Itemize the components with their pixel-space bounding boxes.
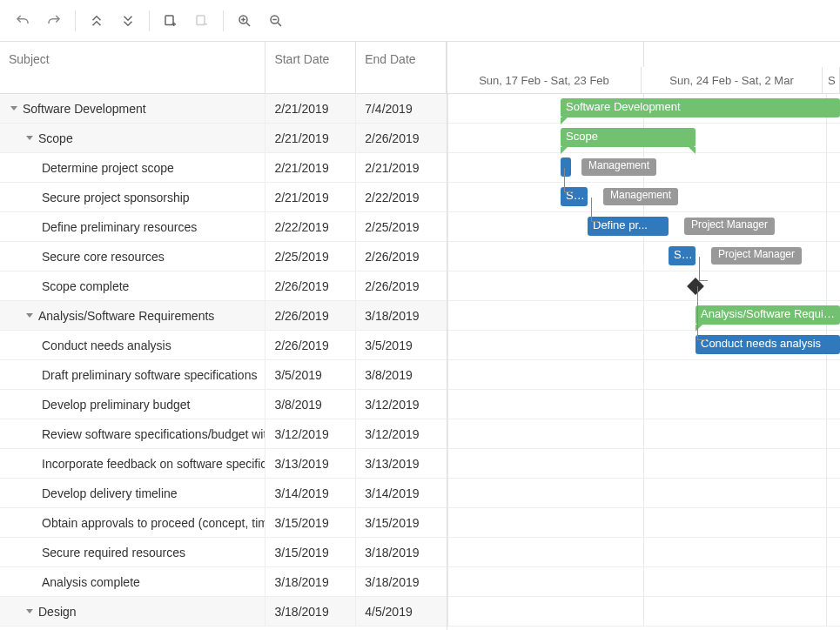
toolbar-separator: [149, 10, 150, 31]
cell-start: 3/14/2019: [265, 479, 356, 507]
cell-start: 2/25/2019: [265, 242, 356, 271]
table-row[interactable]: Software Development2/21/20197/4/2019: [0, 94, 447, 124]
cell-subject: Software Development: [0, 94, 265, 123]
column-header-start[interactable]: Start Date: [265, 42, 356, 93]
cell-end: 3/18/2019: [356, 301, 447, 330]
task-bar[interactable]: Define pr...: [588, 217, 669, 236]
undo-button[interactable]: [7, 5, 38, 37]
redo-button[interactable]: [38, 5, 70, 37]
expand-caret-icon[interactable]: [26, 609, 33, 613]
zoom-in-button[interactable]: [229, 5, 260, 37]
task-name: Obtain approvals to proceed (concept, ti…: [42, 516, 265, 530]
chart-row: [447, 360, 840, 390]
chart-row: Scope: [447, 124, 840, 153]
dependency-line: [564, 191, 573, 192]
table-row[interactable]: Conduct needs analysis2/26/20193/5/2019: [0, 331, 447, 360]
cell-start: 2/21/2019: [265, 124, 356, 152]
zoom-out-button[interactable]: [260, 5, 292, 37]
chart-row: [447, 479, 840, 508]
task-name: Design: [38, 605, 77, 619]
add-task-button[interactable]: [155, 5, 186, 37]
expand-caret-icon[interactable]: [10, 106, 17, 111]
table-row[interactable]: Secure core resources2/25/20192/26/2019: [0, 242, 447, 271]
column-header-end[interactable]: End Date: [356, 42, 447, 93]
chart-row: [447, 271, 840, 301]
task-name: Analysis/Software Requirements: [38, 309, 214, 323]
table-row[interactable]: Analysis complete3/18/20193/18/2019: [0, 567, 447, 597]
table-row[interactable]: Determine project scope2/21/20192/21/201…: [0, 153, 447, 183]
table-row[interactable]: Analysis/Software Requirements2/26/20193…: [0, 301, 447, 331]
expand-caret-icon[interactable]: [26, 136, 33, 140]
summary-bar[interactable]: Software Development: [561, 98, 840, 117]
cell-start: 2/21/2019: [265, 94, 356, 123]
table-row[interactable]: Secure required resources3/15/20193/18/2…: [0, 538, 447, 567]
task-bar[interactable]: S...: [669, 246, 696, 265]
dependency-line: [591, 198, 592, 221]
cell-end: 3/15/2019: [356, 508, 447, 537]
cell-subject: Develop delivery timeline: [0, 479, 265, 507]
cell-start: 3/8/2019: [265, 390, 356, 419]
cell-end: 2/21/2019: [356, 153, 447, 182]
expand-all-button[interactable]: [112, 5, 144, 37]
task-name: Conduct needs analysis: [42, 338, 171, 352]
cell-subject: Scope: [0, 124, 265, 152]
table-row[interactable]: Scope complete2/26/20192/26/2019: [0, 271, 447, 301]
chart-row: Management: [447, 153, 840, 183]
cell-end: 2/26/2019: [356, 124, 447, 152]
dependency-line: [697, 339, 706, 340]
task-name: Scope: [38, 131, 73, 145]
dependency-line: [591, 221, 600, 222]
cell-start: 3/12/2019: [265, 419, 356, 448]
dependency-line: [564, 168, 565, 191]
task-name: Secure core resources: [42, 250, 165, 264]
summary-bar[interactable]: Scope: [561, 128, 696, 147]
cell-end: 4/5/2019: [356, 597, 447, 626]
table-row[interactable]: Design3/18/20194/5/2019: [0, 597, 447, 627]
resource-tag: Project Manager: [684, 218, 775, 235]
task-name: Incorporate feedback on software specifi…: [42, 457, 265, 471]
task-name: Define preliminary resources: [42, 220, 197, 234]
cell-end: 3/18/2019: [356, 538, 447, 566]
table-row[interactable]: Incorporate feedback on software specifi…: [0, 449, 447, 479]
grid-body: Software Development2/21/20197/4/2019Sco…: [0, 94, 447, 630]
grid-header: Subject Start Date End Date: [0, 42, 447, 94]
task-name: Secure required resources: [42, 546, 185, 560]
task-name: Draft preliminary software specification…: [42, 368, 257, 382]
table-row[interactable]: Define preliminary resources2/22/20192/2…: [0, 212, 447, 242]
table-row[interactable]: Draft preliminary software specification…: [0, 360, 447, 390]
chart-row: S...Project Manager: [447, 242, 840, 271]
chart-row: S...Management: [447, 183, 840, 212]
svg-rect-0: [165, 16, 173, 25]
summary-bar[interactable]: Analysis/Software Requirem: [696, 305, 840, 325]
chart-row: [447, 390, 840, 419]
cell-subject: Obtain approvals to proceed (concept, ti…: [0, 508, 265, 537]
chart-body[interactable]: Software DevelopmentScopeManagementS...M…: [447, 94, 840, 630]
cell-start: 3/15/2019: [265, 538, 356, 566]
cell-subject: Analysis/Software Requirements: [0, 301, 265, 330]
task-bar[interactable]: [561, 158, 571, 177]
cell-end: 2/22/2019: [356, 183, 447, 211]
cell-end: 2/26/2019: [356, 242, 447, 271]
delete-task-button[interactable]: [186, 5, 218, 37]
table-row[interactable]: Obtain approvals to proceed (concept, ti…: [0, 508, 447, 538]
cell-start: 2/26/2019: [265, 301, 356, 330]
cell-subject: Incorporate feedback on software specifi…: [0, 449, 265, 478]
gantt-chart: Sun, 17 Feb - Sat, 23 Feb Sun, 24 Feb - …: [447, 42, 840, 630]
task-bar[interactable]: Conduct needs analysis: [696, 335, 840, 354]
table-row[interactable]: Secure project sponsorship2/21/20192/22/…: [0, 183, 447, 212]
chart-row: [447, 508, 840, 538]
table-row[interactable]: Review software specifications/budget wi…: [0, 419, 447, 449]
expand-caret-icon[interactable]: [26, 313, 33, 318]
table-row[interactable]: Develop delivery timeline3/14/20193/14/2…: [0, 479, 447, 508]
timeline-week-0: Sun, 17 Feb - Sat, 23 Feb: [447, 67, 642, 93]
cell-start: 2/21/2019: [265, 153, 356, 182]
task-name: Analysis complete: [42, 575, 140, 589]
toolbar-separator: [223, 10, 224, 31]
table-row[interactable]: Scope2/21/20192/26/2019: [0, 124, 447, 153]
chart-row: [447, 567, 840, 597]
cell-end: 3/14/2019: [356, 479, 447, 507]
collapse-all-button[interactable]: [81, 5, 112, 37]
chart-row: [447, 597, 840, 627]
column-header-subject[interactable]: Subject: [0, 42, 265, 93]
table-row[interactable]: Develop preliminary budget3/8/20193/12/2…: [0, 390, 447, 419]
